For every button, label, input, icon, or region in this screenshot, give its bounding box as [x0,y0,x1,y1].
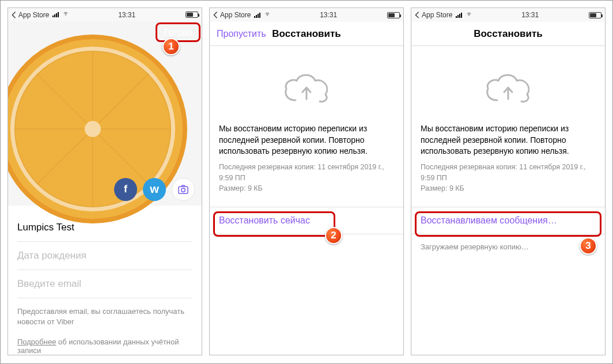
wifi-icon [467,11,471,20]
restore-now-button[interactable]: Восстановить сейчас [210,207,403,234]
statusbar-time: 13:31 [521,11,539,19]
restore-description: Мы восстановим историю переписки из посл… [411,123,605,162]
statusbar-time: 13:31 [320,11,337,19]
status-bar: App Store 13:31 [411,8,605,22]
back-chevron-icon [12,12,16,18]
phone-screen-restore-prompt: App Store 13:31 Пропустить Восстановить … [209,7,404,355]
wifi-icon [265,11,270,20]
page-title: Восстановить [474,28,542,40]
nav-bar: Пропустить Восстановить [210,22,403,46]
birthdate-field[interactable]: Дата рождения [17,242,192,270]
restoring-status: Восстанавливаем сообщения… [411,207,605,234]
facebook-icon: f [124,183,127,195]
nav-bar: Восстановить [411,22,605,46]
svg-point-7 [267,15,268,16]
social-row: f w [114,178,195,201]
cloud-area [210,46,403,123]
vk-button[interactable]: w [143,178,166,201]
camera-icon [178,185,188,194]
page-title: Восстановить [272,28,340,40]
battery-icon [589,12,601,18]
email-disclaimer: Предоставляя email, вы соглашаетесь полу… [8,298,202,327]
svg-rect-5 [179,187,188,194]
backup-size: Размер: 9 КБ [210,183,403,194]
restore-description: Мы восстановим историю переписки из посл… [210,123,403,162]
svg-point-4 [85,121,101,137]
backup-date: Последняя резервная копия: 11 сентября 2… [411,162,605,184]
vk-icon: w [150,183,159,196]
signal-icon [254,13,260,18]
profile-hero: Готово [8,21,202,206]
camera-button[interactable] [172,178,195,201]
battery-icon [387,12,400,18]
phone-screen-restore-progress: App Store 13:31 Восстановить Мы восстано… [411,7,606,355]
email-field[interactable]: Введите email [17,270,192,298]
statusbar-back-label[interactable]: App Store [18,11,49,19]
statusbar-back-label[interactable]: App Store [422,11,452,19]
facebook-button[interactable]: f [114,178,137,201]
statusbar-back-label[interactable]: App Store [220,11,251,19]
status-bar: App Store 13:31 [8,8,202,21]
cloud-upload-icon [483,71,533,106]
svg-point-8 [469,15,470,16]
cloud-area [411,46,605,123]
status-bar: App Store 13:31 [210,8,403,22]
skip-button[interactable]: Пропустить [217,29,266,39]
loading-text: Загружаем резервную копию… [411,234,605,251]
cloud-upload-icon [282,71,331,106]
battery-icon [186,12,198,18]
svg-point-0 [66,15,66,16]
more-link[interactable]: Подробнее [17,338,56,346]
signal-icon [52,12,59,17]
more-info-line[interactable]: Подробнее об использовании данных учётно… [8,327,202,355]
wifi-icon [63,10,68,19]
svg-point-6 [181,188,185,191]
statusbar-time: 13:31 [118,11,135,19]
backup-size: Размер: 9 КБ [411,183,605,194]
phone-screen-profile: App Store 13:31 Готово [7,7,202,355]
signal-icon [456,13,462,18]
back-chevron-icon [415,12,419,18]
back-chevron-icon [213,12,218,18]
backup-date: Последняя резервная копия: 11 сентября 2… [210,162,403,184]
